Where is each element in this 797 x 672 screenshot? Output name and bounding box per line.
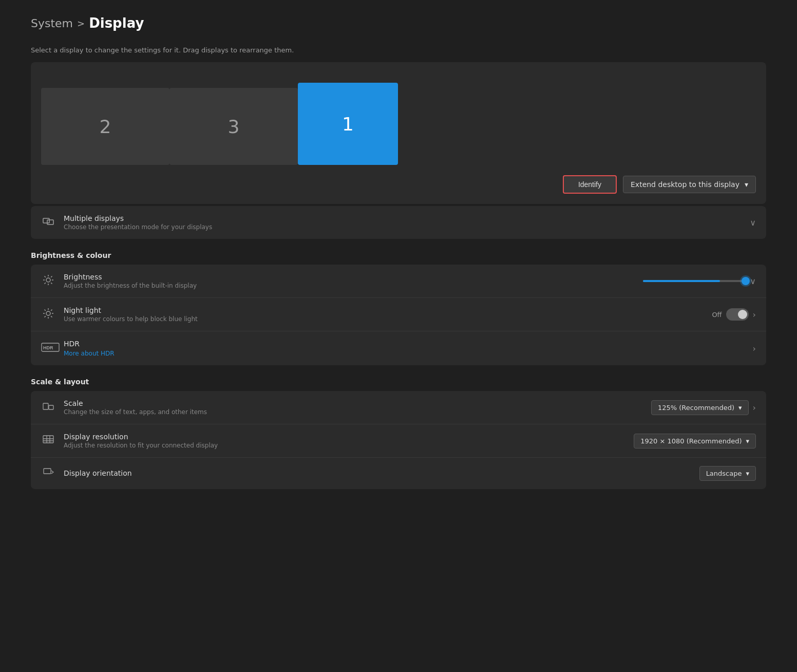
slider-fill xyxy=(643,280,720,282)
scale-chevron-icon: ▾ xyxy=(738,404,742,412)
brightness-title: Brightness xyxy=(64,273,635,281)
svg-rect-29 xyxy=(44,469,51,474)
resolution-value: 1920 × 1080 (Recommended) xyxy=(640,437,742,445)
brightness-icon xyxy=(41,274,55,288)
multiple-displays-chevron-icon: ∨ xyxy=(750,218,756,228)
svg-rect-0 xyxy=(43,218,49,223)
orientation-select[interactable]: Landscape ▾ xyxy=(699,466,756,481)
night-light-control: Off › xyxy=(712,308,756,321)
extend-chevron-icon: ▾ xyxy=(745,180,748,189)
orientation-chevron-icon: ▾ xyxy=(746,470,749,477)
scale-layout-card: Scale Change the size of text, apps, and… xyxy=(31,391,766,489)
multiple-displays-row[interactable]: Multiple displays Choose the presentatio… xyxy=(31,206,766,239)
extend-dropdown[interactable]: Extend desktop to this display ▾ xyxy=(623,176,756,193)
hdr-row[interactable]: HDR HDR More about HDR › xyxy=(31,331,766,365)
page-subtitle: Select a display to change the settings … xyxy=(31,46,766,54)
resolution-chevron-icon: ▾ xyxy=(746,437,749,445)
orientation-text: Display orientation xyxy=(64,469,691,478)
orientation-value: Landscape xyxy=(706,470,742,477)
svg-rect-22 xyxy=(43,403,48,409)
orientation-control: Landscape ▾ xyxy=(699,466,756,481)
toggle-thumb xyxy=(738,310,747,319)
scale-icon xyxy=(41,401,55,415)
svg-line-9 xyxy=(51,276,52,277)
scale-select[interactable]: 125% (Recommended) ▾ xyxy=(651,400,749,415)
monitor-3[interactable]: 3 xyxy=(169,88,298,165)
scale-value: 125% (Recommended) xyxy=(658,404,734,412)
brightness-control: ∨ xyxy=(643,276,756,286)
svg-line-10 xyxy=(45,283,46,284)
svg-line-17 xyxy=(51,316,52,317)
breadcrumb-separator: > xyxy=(77,18,85,29)
scale-title: Scale xyxy=(64,399,643,407)
brightness-text: Brightness Adjust the brightness of the … xyxy=(64,273,635,289)
display-area: 2 3 1 Identify Extend desktop to this di… xyxy=(31,62,766,204)
orientation-title: Display orientation xyxy=(64,469,691,477)
svg-point-11 xyxy=(46,311,50,315)
display-controls: Identify Extend desktop to this display … xyxy=(41,175,756,194)
night-light-status: Off xyxy=(712,311,722,319)
extend-label: Extend desktop to this display xyxy=(631,180,739,189)
scale-section-heading: Scale & layout xyxy=(31,378,766,386)
svg-line-8 xyxy=(51,283,52,284)
svg-line-16 xyxy=(45,309,46,310)
hdr-link[interactable]: More about HDR xyxy=(64,350,115,357)
brightness-colour-card: Brightness Adjust the brightness of the … xyxy=(31,265,766,365)
multiple-displays-subtitle: Choose the presentation mode for your di… xyxy=(64,223,742,231)
brightness-row[interactable]: Brightness Adjust the brightness of the … xyxy=(31,265,766,298)
hdr-icon: HDR xyxy=(41,342,55,354)
scale-arrow-icon: › xyxy=(753,403,756,413)
resolution-title: Display resolution xyxy=(64,433,625,441)
multiple-displays-title: Multiple displays xyxy=(64,214,742,222)
resolution-row[interactable]: Display resolution Adjust the resolution… xyxy=(31,424,766,458)
night-light-icon xyxy=(41,308,55,322)
night-light-title: Night light xyxy=(64,306,704,314)
monitor-1-active[interactable]: 1 xyxy=(298,83,398,165)
identify-button[interactable]: Identify xyxy=(563,175,617,194)
hdr-chevron-icon: › xyxy=(753,344,756,353)
svg-text:HDR: HDR xyxy=(43,345,53,350)
scale-text: Scale Change the size of text, apps, and… xyxy=(64,399,643,416)
breadcrumb-system[interactable]: System xyxy=(31,17,73,30)
brightness-section-heading: Brightness & colour xyxy=(31,251,766,259)
multiple-displays-card: Multiple displays Choose the presentatio… xyxy=(31,206,766,239)
brightness-slider-container[interactable] xyxy=(643,280,746,282)
svg-line-18 xyxy=(51,309,52,310)
night-light-text: Night light Use warmer colours to help b… xyxy=(64,306,704,323)
orientation-row[interactable]: Display orientation Landscape ▾ xyxy=(31,458,766,489)
svg-rect-24 xyxy=(43,436,53,443)
svg-point-2 xyxy=(46,278,50,282)
resolution-control: 1920 × 1080 (Recommended) ▾ xyxy=(634,434,756,449)
multiple-displays-text: Multiple displays Choose the presentatio… xyxy=(64,214,742,231)
orientation-icon xyxy=(41,466,55,480)
scale-row[interactable]: Scale Change the size of text, apps, and… xyxy=(31,391,766,424)
night-light-toggle[interactable] xyxy=(726,308,749,321)
resolution-subtitle: Adjust the resolution to fit your connec… xyxy=(64,442,625,449)
scale-control: 125% (Recommended) ▾ › xyxy=(651,400,756,415)
resolution-select[interactable]: 1920 × 1080 (Recommended) ▾ xyxy=(634,434,756,449)
night-light-subtitle: Use warmer colours to help block blue li… xyxy=(64,315,704,323)
multiple-displays-icon xyxy=(41,216,55,229)
monitor-container: 2 3 1 xyxy=(41,72,756,165)
svg-rect-23 xyxy=(49,405,53,409)
svg-line-7 xyxy=(45,276,46,277)
page-title: Display xyxy=(89,15,144,31)
hdr-control: › xyxy=(753,344,756,353)
slider-thumb[interactable] xyxy=(742,277,750,285)
hdr-title: HDR xyxy=(64,340,745,348)
monitor-2[interactable]: 2 xyxy=(41,88,169,165)
resolution-icon xyxy=(41,434,55,448)
scale-subtitle: Change the size of text, apps, and other… xyxy=(64,408,643,416)
resolution-text: Display resolution Adjust the resolution… xyxy=(64,433,625,449)
svg-line-19 xyxy=(45,316,46,317)
slider-track[interactable] xyxy=(643,280,746,282)
night-light-row[interactable]: Night light Use warmer colours to help b… xyxy=(31,298,766,331)
hdr-text: HDR More about HDR xyxy=(64,340,745,357)
brightness-subtitle: Adjust the brightness of the built-in di… xyxy=(64,282,635,289)
multiple-displays-control: ∨ xyxy=(750,218,756,228)
svg-rect-1 xyxy=(47,220,53,225)
breadcrumb: System > Display xyxy=(31,15,766,31)
brightness-chevron-icon: ∨ xyxy=(750,276,756,286)
night-light-chevron-icon: › xyxy=(753,310,756,320)
